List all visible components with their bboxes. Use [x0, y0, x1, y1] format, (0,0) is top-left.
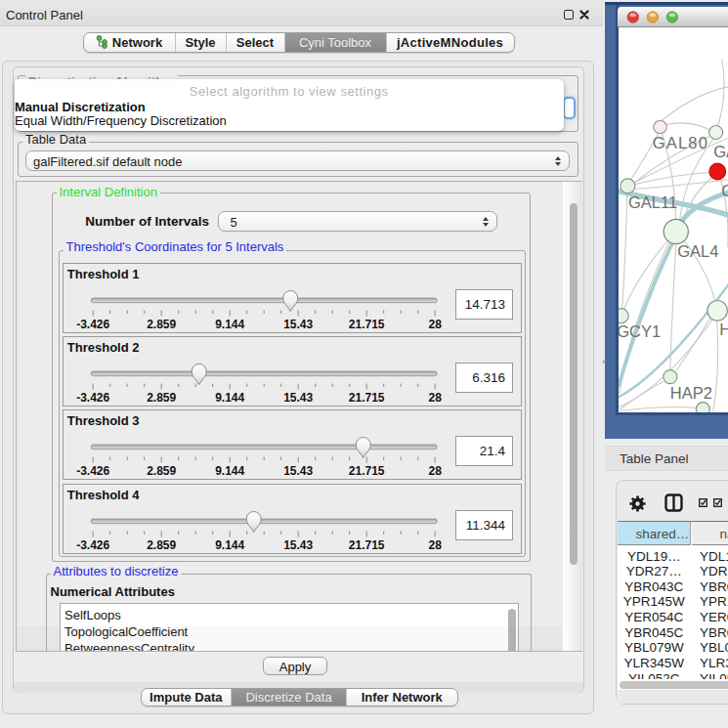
svg-text:2.859: 2.859 [147, 537, 176, 551]
svg-text:15.43: 15.43 [283, 391, 313, 405]
svg-text:GAL4: GAL4 [677, 242, 718, 260]
svg-text:-3.426: -3.426 [76, 464, 109, 478]
svg-text:2.859: 2.859 [147, 391, 176, 405]
svg-text:2.859: 2.859 [147, 317, 176, 330]
svg-text:15.43: 15.43 [283, 317, 313, 330]
svg-text:21.715: 21.715 [349, 464, 385, 478]
svg-text:GCY1: GCY1 [619, 321, 661, 339]
svg-text:15.43: 15.43 [283, 537, 313, 551]
svg-text:CY: CY [721, 181, 728, 198]
svg-text:9.144: 9.144 [215, 464, 244, 478]
svg-text:GAL: GAL [713, 142, 728, 159]
svg-text:28: 28 [428, 464, 442, 478]
svg-text:9.144: 9.144 [215, 537, 244, 551]
svg-text:21.715: 21.715 [349, 537, 385, 551]
svg-text:28: 28 [428, 537, 442, 551]
svg-text:28: 28 [428, 391, 442, 405]
svg-text:-3.426: -3.426 [76, 537, 109, 551]
svg-text:9.144: 9.144 [215, 317, 244, 330]
svg-text:21.715: 21.715 [349, 317, 385, 330]
svg-text:-3.426: -3.426 [76, 391, 109, 405]
svg-text:15.43: 15.43 [283, 464, 313, 478]
svg-text:2.859: 2.859 [147, 464, 176, 478]
svg-text:9.144: 9.144 [215, 391, 244, 405]
svg-text:HAP2: HAP2 [669, 384, 711, 402]
svg-text:GAL80: GAL80 [652, 133, 707, 150]
svg-text:21.715: 21.715 [349, 391, 385, 405]
svg-text:28: 28 [428, 317, 442, 330]
svg-text:H: H [719, 321, 728, 338]
svg-text:GAL11: GAL11 [627, 193, 676, 210]
svg-text:-3.426: -3.426 [76, 317, 109, 330]
